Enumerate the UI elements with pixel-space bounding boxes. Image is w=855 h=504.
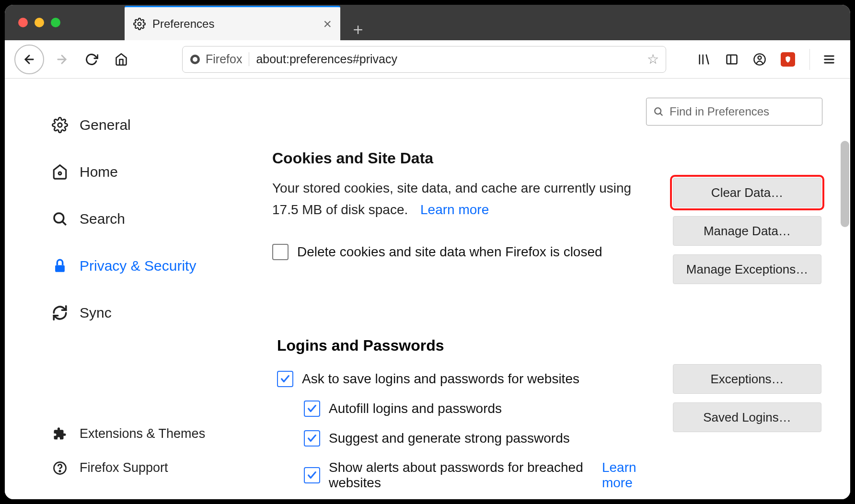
sidebar-item-search[interactable]: Search — [51, 195, 254, 242]
sidebar-item-label: General — [80, 117, 131, 133]
sidebar-item-sync[interactable]: Sync — [51, 289, 254, 336]
autofill-label: Autofill logins and passwords — [329, 401, 502, 416]
search-icon — [653, 106, 664, 117]
zoom-window-button[interactable] — [51, 18, 60, 27]
sidebar-item-label: Privacy & Security — [80, 258, 196, 274]
search-input[interactable]: Find in Preferences — [646, 98, 822, 126]
tab-strip: Preferences × ＋ — [125, 5, 376, 40]
logins-learn-more-link[interactable]: Learn more — [602, 460, 659, 491]
sidebar-item-extensions[interactable]: Extensions & Themes — [51, 426, 254, 441]
svg-line-23 — [660, 114, 663, 116]
sidebar-toggle-icon[interactable] — [725, 53, 739, 66]
bookmark-star-icon[interactable]: ☆ — [647, 51, 659, 67]
svg-line-7 — [706, 55, 709, 64]
window-controls — [5, 5, 72, 40]
url-text: about:preferences#privacy — [256, 52, 397, 66]
ask-save-checkbox[interactable] — [277, 371, 293, 387]
logins-exceptions-button[interactable]: Exceptions… — [673, 364, 821, 394]
minimize-window-button[interactable] — [35, 18, 44, 27]
sidebar-item-privacy[interactable]: Privacy & Security — [51, 242, 254, 289]
gear-icon — [51, 117, 69, 133]
back-button[interactable] — [14, 45, 44, 74]
sync-icon — [51, 305, 69, 321]
toolbar: Firefox about:preferences#privacy ☆ — [5, 40, 850, 79]
search-placeholder: Find in Preferences — [670, 105, 769, 118]
sidebar-item-home[interactable]: Home — [51, 149, 254, 195]
svg-point-11 — [758, 56, 762, 59]
section-cookies: Cookies and Site Data Your stored cookie… — [272, 149, 821, 284]
sidebar-item-label: Home — [80, 164, 118, 180]
account-icon[interactable] — [753, 53, 766, 66]
preferences-main: Find in Preferences Cookies and Site Dat… — [254, 79, 850, 499]
close-window-button[interactable] — [18, 18, 28, 27]
svg-rect-19 — [55, 265, 65, 272]
ask-save-label: Ask to save logins and passwords for web… — [302, 371, 579, 387]
url-bar[interactable]: Firefox about:preferences#privacy ☆ — [182, 46, 666, 73]
content-area: General Home Search Privacy & Security — [5, 79, 850, 499]
puzzle-icon — [51, 427, 69, 441]
titlebar: Preferences × ＋ — [5, 5, 850, 40]
lock-icon — [51, 258, 69, 274]
sidebar-item-label: Extensions & Themes — [80, 426, 205, 441]
clear-data-button[interactable]: Clear Data… — [673, 178, 821, 207]
firefox-icon — [189, 54, 201, 65]
alerts-label: Show alerts about passwords for breached… — [329, 460, 585, 491]
logins-heading: Logins and Passwords — [277, 337, 821, 355]
reload-button[interactable] — [80, 47, 104, 71]
saved-logins-button[interactable]: Saved Logins… — [673, 402, 821, 432]
scrollbar[interactable] — [841, 141, 849, 227]
sidebar-item-general[interactable]: General — [51, 102, 254, 149]
autofill-checkbox[interactable] — [304, 401, 320, 417]
cookies-learn-more-link[interactable]: Learn more — [420, 202, 489, 217]
delete-on-close-label: Delete cookies and site data when Firefo… — [297, 244, 602, 260]
svg-point-17 — [54, 213, 64, 223]
sidebar-item-label: Firefox Support — [80, 460, 168, 475]
toolbar-right — [697, 49, 841, 70]
preferences-sidebar: General Home Search Privacy & Security — [5, 79, 254, 499]
gear-icon — [133, 18, 146, 30]
tab-close-icon[interactable]: × — [323, 17, 332, 31]
svg-rect-8 — [727, 55, 737, 64]
new-tab-button[interactable]: ＋ — [340, 18, 376, 40]
browser-window: Preferences × ＋ Firefox about:preference… — [5, 5, 850, 499]
tab-preferences[interactable]: Preferences × — [125, 6, 340, 40]
svg-point-16 — [58, 172, 61, 175]
alerts-checkbox[interactable] — [304, 467, 320, 483]
library-icon[interactable] — [697, 53, 711, 66]
suggest-checkbox[interactable] — [304, 430, 320, 447]
home-icon — [51, 164, 69, 180]
forward-button[interactable] — [50, 47, 74, 71]
site-identity[interactable]: Firefox — [189, 52, 249, 66]
home-button[interactable] — [109, 47, 133, 71]
manage-data-button[interactable]: Manage Data… — [673, 216, 821, 246]
app-menu-button[interactable] — [809, 49, 836, 70]
svg-point-22 — [655, 108, 661, 114]
identity-label: Firefox — [206, 52, 242, 66]
svg-point-4 — [193, 57, 197, 62]
sidebar-item-label: Search — [80, 211, 125, 227]
svg-point-0 — [138, 22, 141, 25]
suggest-label: Suggest and generate strong passwords — [329, 431, 570, 446]
sidebar-item-label: Sync — [80, 305, 112, 321]
ublock-icon[interactable] — [781, 52, 795, 67]
svg-point-21 — [59, 470, 61, 472]
sidebar-item-support[interactable]: Firefox Support — [51, 460, 254, 475]
cookies-heading: Cookies and Site Data — [272, 149, 821, 167]
section-logins: Logins and Passwords Ask to save logins … — [277, 337, 821, 491]
svg-point-15 — [58, 123, 62, 127]
search-icon — [51, 211, 69, 227]
tab-title: Preferences — [152, 17, 214, 31]
help-icon — [51, 461, 69, 475]
svg-line-18 — [63, 222, 66, 225]
delete-on-close-checkbox[interactable] — [272, 244, 289, 260]
manage-exceptions-button[interactable]: Manage Exceptions… — [673, 254, 821, 284]
